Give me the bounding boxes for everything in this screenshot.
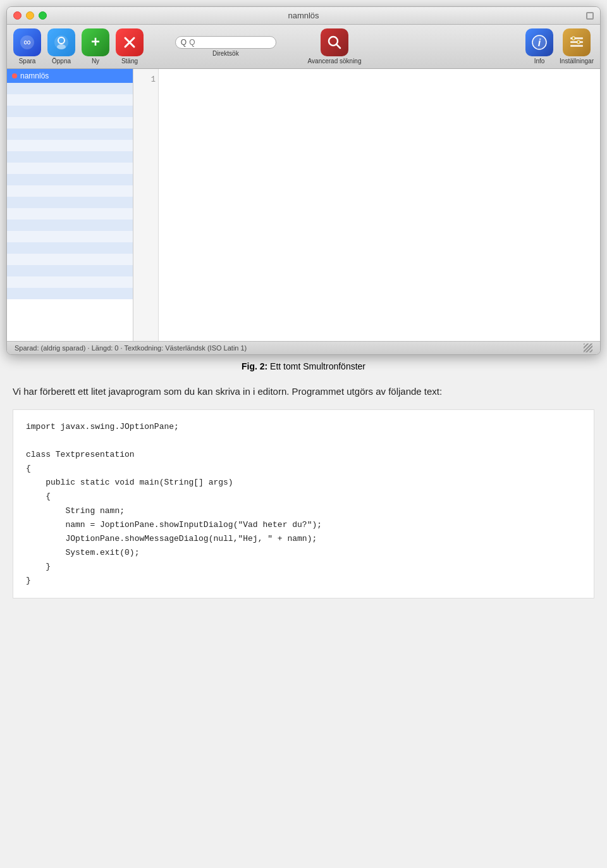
stang-icon: [116, 28, 144, 56]
figure-caption: Fig. 2: Ett tomt Smultronfönster: [0, 361, 607, 371]
installningar-icon: [563, 28, 591, 56]
editor-container: namnlös 1: [7, 69, 600, 341]
search-prefix: Q: [181, 38, 187, 47]
svg-text:i: i: [538, 37, 541, 48]
article: Vi har förberett ett litet javaprogram s…: [0, 384, 607, 611]
info-label: Info: [534, 58, 545, 65]
article-paragraph: Vi har förberett ett litet javaprogram s…: [13, 384, 594, 399]
svg-line-9: [336, 44, 340, 48]
line-number: 1: [136, 74, 156, 85]
editor-body[interactable]: [159, 69, 600, 341]
search-wrap[interactable]: Q: [175, 36, 276, 49]
oppna-button[interactable]: Öppna: [47, 28, 75, 65]
status-text: Sparad: (aldrig sparad) · Längd: 0 · Tex…: [15, 344, 247, 352]
ny-icon: +: [82, 28, 109, 56]
titlebar: namnlös: [7, 7, 600, 25]
oppna-icon: [47, 28, 75, 56]
toolbar: ∞ Spara Öppna +: [7, 25, 600, 69]
list-item: [7, 94, 133, 106]
list-item: [7, 83, 133, 94]
app-window: namnlös ∞ Spara: [6, 6, 601, 355]
svg-point-4: [57, 44, 66, 49]
ny-label: Ny: [92, 58, 99, 65]
window-controls: [13, 11, 47, 20]
list-item: [7, 128, 133, 140]
svg-rect-16: [577, 40, 580, 44]
stang-label: Stäng: [121, 58, 138, 65]
file-dot: [12, 73, 17, 78]
line-numbers: 1: [133, 69, 159, 341]
list-item: [7, 220, 133, 231]
list-item: [7, 185, 133, 197]
direktsok-group: Q Direktsök: [150, 36, 302, 57]
list-item: [7, 265, 133, 276]
list-item: [7, 208, 133, 220]
direktsok-label: Direktsök: [212, 50, 239, 57]
status-bar: Sparad: (aldrig sparad) · Längd: 0 · Tex…: [7, 341, 600, 354]
info-button[interactable]: i Info: [525, 28, 553, 65]
list-item: [7, 276, 133, 288]
spara-icon: ∞: [13, 28, 41, 56]
svg-rect-13: [570, 41, 583, 43]
spara-label: Spara: [19, 58, 36, 65]
search-input[interactable]: [189, 38, 252, 47]
oppna-label: Öppna: [52, 58, 71, 65]
list-item: [7, 163, 133, 174]
installningar-button[interactable]: Inställningar: [560, 28, 594, 65]
list-item: [7, 174, 133, 185]
ny-button[interactable]: + Ny: [82, 28, 109, 65]
titlebar-right: [586, 12, 594, 20]
file-item[interactable]: namnlös: [7, 69, 133, 83]
avancerad-label: Avancerad sökning: [308, 58, 362, 65]
avancerad-button[interactable]: Avancerad sökning: [308, 28, 362, 65]
resize-icon: [586, 12, 594, 20]
file-name: namnlös: [20, 71, 49, 80]
info-icon: i: [525, 28, 553, 56]
spara-button[interactable]: ∞ Spara: [13, 28, 41, 65]
zoom-button[interactable]: [39, 11, 47, 20]
close-button[interactable]: [13, 11, 21, 20]
list-item: [7, 254, 133, 265]
figure-caption-prefix: Fig. 2:: [242, 361, 267, 371]
list-item: [7, 106, 133, 117]
code-block: import javax.swing.JOptionPane; class Te…: [13, 409, 594, 598]
installningar-label: Inställningar: [560, 58, 594, 65]
list-item: [7, 197, 133, 208]
resize-handle[interactable]: [584, 344, 592, 352]
list-item: [7, 288, 133, 299]
file-list: namnlös: [7, 69, 133, 341]
list-item: [7, 151, 133, 163]
list-item: [7, 242, 133, 254]
svg-text:+: +: [91, 34, 100, 50]
list-item: [7, 231, 133, 242]
toolbar-file-group: ∞ Spara Öppna +: [13, 28, 144, 65]
minimize-button[interactable]: [26, 11, 34, 20]
avancerad-icon: [321, 28, 348, 56]
window-title: namnlös: [288, 11, 319, 20]
svg-rect-14: [570, 45, 583, 47]
svg-text:∞: ∞: [23, 37, 30, 47]
svg-rect-15: [572, 37, 575, 40]
stang-button[interactable]: Stäng: [116, 28, 144, 65]
list-item: [7, 140, 133, 151]
list-item: [7, 117, 133, 128]
figure-caption-text: Ett tomt Smultronfönster: [270, 361, 365, 371]
